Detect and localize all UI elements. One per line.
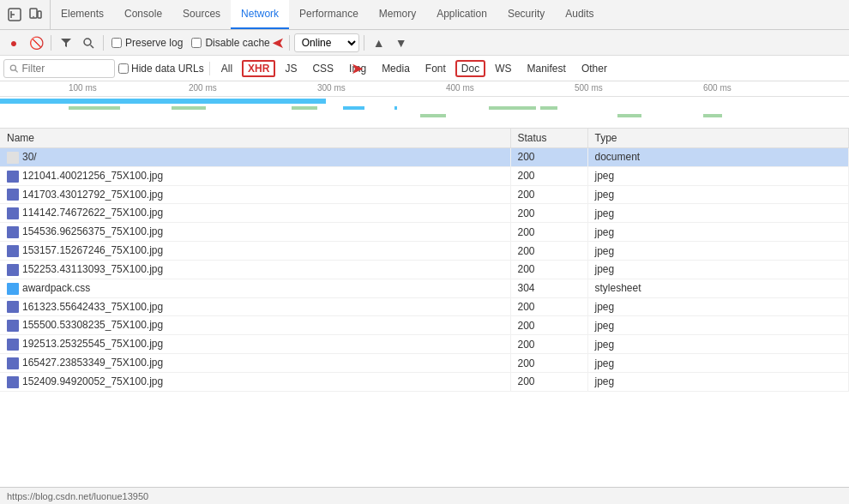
filter-media-button[interactable]: Media	[376, 61, 416, 76]
tab-security[interactable]: Security	[497, 0, 555, 29]
ruler-300ms: 300 ms	[317, 83, 346, 93]
cell-type: jpeg	[587, 204, 849, 223]
tab-console[interactable]: Console	[114, 0, 172, 29]
cell-status: 200	[510, 335, 587, 354]
timeline-area: 100 ms 200 ms 300 ms 400 ms 500 ms 600 m…	[0, 81, 849, 129]
filter-toggle-button[interactable]	[56, 33, 76, 53]
table-row[interactable]: 192513.25325545_75X100.jpg200jpeg	[0, 335, 849, 354]
filter-js-button[interactable]: JS	[279, 61, 303, 76]
status-bar: https://blog.csdn.net/luonue13950	[0, 487, 849, 504]
cell-status: 200	[510, 185, 587, 204]
table-row[interactable]: awardpack.css304stylesheet	[0, 279, 849, 297]
filter-css-button[interactable]: CSS	[306, 61, 340, 76]
cell-type: stylesheet	[587, 279, 849, 297]
disable-cache-label[interactable]: Disable cache	[188, 37, 273, 49]
cell-name: 192513.25325545_75X100.jpg	[0, 335, 510, 354]
divider-3	[289, 35, 290, 51]
hide-data-urls-checkbox[interactable]	[118, 63, 129, 74]
tab-audits[interactable]: Audits	[555, 0, 604, 29]
status-bar-text: https://blog.csdn.net/luonue13950	[7, 491, 148, 501]
cell-name: 152409.94920052_75X100.jpg	[0, 372, 510, 391]
network-table-wrap[interactable]: Name Status Type 30/200document121041.40…	[0, 129, 849, 480]
cell-name: 154536.96256375_75X100.jpg	[0, 223, 510, 242]
cell-type: jpeg	[587, 260, 849, 279]
preserve-log-label[interactable]: Preserve log	[108, 37, 186, 49]
table-row[interactable]: 114142.74672622_75X100.jpg200jpeg	[0, 204, 849, 223]
cell-name: awardpack.css	[0, 279, 510, 297]
record-button[interactable]: ●	[3, 33, 24, 53]
tab-elements[interactable]: Elements	[51, 0, 114, 29]
cell-type: jpeg	[587, 166, 849, 185]
table-row[interactable]: 141703.43012792_75X100.jpg200jpeg	[0, 185, 849, 204]
filter-all-button[interactable]: All	[215, 61, 238, 76]
cell-name: 155500.53308235_75X100.jpg	[0, 316, 510, 335]
hide-data-urls-label[interactable]: Hide data URLs	[118, 63, 204, 75]
svg-rect-16	[420, 114, 446, 117]
network-throttle-select[interactable]: Online Offline Slow 3G Fast 3G	[294, 33, 359, 52]
device-icon[interactable]	[27, 7, 43, 22]
table-header-row: Name Status Type	[0, 129, 849, 148]
cell-name: 121041.40021256_75X100.jpg	[0, 166, 510, 185]
filter-doc-button[interactable]: Doc	[455, 60, 485, 77]
table-row[interactable]: 152253.43113093_75X100.jpg200jpeg	[0, 260, 849, 279]
disable-cache-checkbox[interactable]	[191, 38, 202, 48]
svg-rect-9	[69, 106, 120, 110]
tab-memory[interactable]: Memory	[369, 0, 426, 29]
cell-status: 304	[510, 279, 587, 297]
cell-status: 200	[510, 260, 587, 279]
ruler-400ms: 400 ms	[446, 83, 474, 93]
filter-divider	[209, 62, 210, 75]
tab-application[interactable]: Application	[426, 0, 497, 29]
timeline-bars	[0, 97, 849, 128]
svg-point-3	[33, 16, 34, 18]
svg-rect-12	[343, 106, 364, 110]
cell-status: 200	[510, 297, 587, 316]
tab-sources[interactable]: Sources	[172, 0, 231, 29]
filter-input[interactable]	[22, 63, 110, 75]
search-button[interactable]	[78, 33, 99, 53]
cell-status: 200	[510, 316, 587, 335]
filter-xhr-button[interactable]: XHR	[242, 60, 275, 77]
filter-ws-button[interactable]: WS	[489, 61, 517, 76]
col-header-status[interactable]: Status	[510, 129, 587, 148]
network-table: Name Status Type 30/200document121041.40…	[0, 129, 849, 392]
network-toolbar: ● 🚫 Preserve log Disable cache ➤ Online …	[0, 30, 849, 56]
export-button[interactable]: ▼	[391, 33, 412, 53]
table-row[interactable]: 155500.53308235_75X100.jpg200jpeg	[0, 316, 849, 335]
arrow-disable-cache: ➤	[272, 33, 285, 52]
svg-rect-15	[540, 106, 557, 110]
cell-name: 152253.43113093_75X100.jpg	[0, 260, 510, 279]
filter-manifest-button[interactable]: Manifest	[521, 61, 572, 76]
cell-type: jpeg	[587, 372, 849, 391]
table-row[interactable]: 152409.94920052_75X100.jpg200jpeg	[0, 372, 849, 391]
ruler-200ms: 200 ms	[189, 83, 217, 93]
inspect-icon[interactable]	[7, 7, 22, 22]
svg-rect-18	[703, 114, 722, 117]
cell-name: 165427.23853349_75X100.jpg	[0, 354, 510, 373]
cell-name: 141703.43012792_75X100.jpg	[0, 185, 510, 204]
cell-status: 200	[510, 223, 587, 242]
tab-performance[interactable]: Performance	[289, 0, 369, 29]
filter-other-button[interactable]: Other	[575, 61, 613, 76]
cell-status: 200	[510, 372, 587, 391]
table-row[interactable]: 154536.96256375_75X100.jpg200jpeg	[0, 223, 849, 242]
filter-img-button[interactable]: Img	[343, 61, 372, 76]
ruler-500ms: 500 ms	[575, 83, 603, 93]
import-button[interactable]: ▲	[369, 33, 389, 53]
preserve-log-checkbox[interactable]	[111, 38, 122, 48]
main-tabs: Elements Console Sources Network Perform…	[51, 0, 846, 29]
filter-bar: Hide data URLs All XHR JS CSS Img Media …	[0, 56, 849, 81]
cell-type: jpeg	[587, 316, 849, 335]
col-header-name[interactable]: Name	[0, 129, 510, 148]
tab-network[interactable]: Network	[231, 0, 289, 29]
cell-status: 200	[510, 148, 587, 167]
table-row[interactable]: 121041.40021256_75X100.jpg200jpeg	[0, 166, 849, 185]
cell-status: 200	[510, 204, 587, 223]
clear-button[interactable]: 🚫	[26, 33, 46, 53]
table-row[interactable]: 30/200document	[0, 148, 849, 167]
table-row[interactable]: 165427.23853349_75X100.jpg200jpeg	[0, 354, 849, 373]
table-row[interactable]: 153157.15267246_75X100.jpg200jpeg	[0, 242, 849, 261]
table-row[interactable]: 161323.55642433_75X100.jpg200jpeg	[0, 297, 849, 316]
filter-font-button[interactable]: Font	[419, 61, 452, 76]
col-header-type[interactable]: Type	[587, 129, 849, 148]
